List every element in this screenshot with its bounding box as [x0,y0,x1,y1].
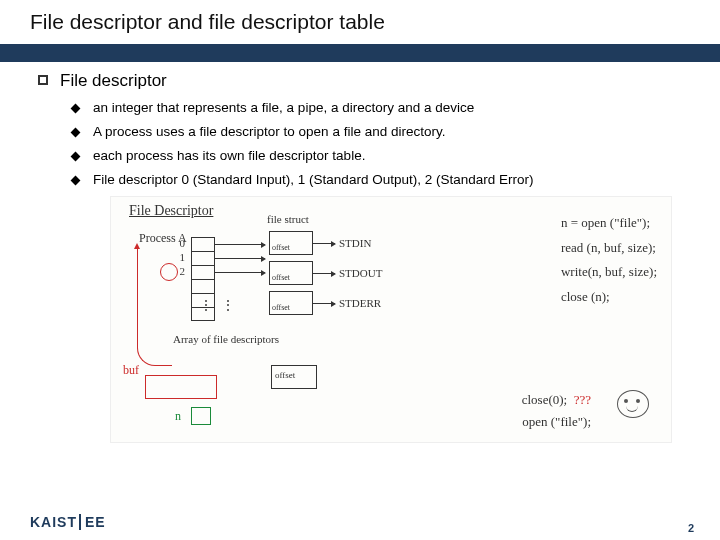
file-struct-label: file struct [267,213,309,225]
close-zero: close(0); ??? [522,392,591,408]
smiley-face-icon [617,390,649,418]
section-heading: File descriptor [38,70,690,91]
n-label: n [175,409,181,424]
section-heading-text: File descriptor [60,70,167,91]
bullet-item: an integer that represents a file, a pip… [72,100,690,115]
red-circle-icon [160,263,178,281]
file-struct-box: offset [269,231,313,255]
diamond-bullet-icon [71,152,81,162]
arrow-icon [313,273,335,274]
n-box [191,407,211,425]
file-struct-box: offset [269,291,313,315]
arrow-icon [215,272,265,273]
file-struct-box: offset [269,261,313,285]
pseudo-code: n = open ("file"); read (n, buf, size); … [561,211,657,310]
buf-label: buf [123,363,139,378]
array-caption: Array of file descriptors [173,333,279,345]
bullet-item: A process uses a file descriptor to open… [72,124,690,139]
diamond-bullet-icon [71,104,81,114]
arrow-icon [215,258,265,259]
bullet-item: each process has its own file descriptor… [72,148,690,163]
diamond-bullet-icon [71,176,81,186]
title-underline-bar [0,44,720,62]
stderr-label: STDERR [339,297,381,309]
slide-body: File descriptor an integer that represen… [0,70,720,443]
kaist-logo: KAISTEE [30,514,106,530]
slide-title: File descriptor and file descriptor tabl… [0,0,720,44]
code-line: write(n, buf, size); [561,260,657,285]
fd-index: 1 [169,251,185,263]
diamond-bullet-icon [71,128,81,138]
code-line: n = open ("file"); [561,211,657,236]
hand-drawn-diagram: File Descriptor Process A 0 1 2 ⋮ ⋮ file… [110,196,672,443]
bullet-item: File descriptor 0 (Standard Input), 1 (S… [72,172,690,187]
question-marks: ??? [574,392,591,407]
code-line: close (n); [561,285,657,310]
arrow-icon [313,243,335,244]
fd-index: 0 [169,237,185,249]
offset-box: offset [271,365,317,389]
buf-box [145,375,217,399]
arrow-icon [215,244,265,245]
square-bullet-icon [38,75,48,85]
open-file: open ("file"); [522,414,591,430]
vertical-dots: ⋮ ⋮ [199,297,237,314]
diagram-title: File Descriptor [129,203,213,219]
code-line: read (n, buf, size); [561,236,657,261]
arrow-icon [313,303,335,304]
stdout-label: STDOUT [339,267,382,279]
page-number: 2 [688,522,694,534]
stdin-label: STDIN [339,237,371,249]
